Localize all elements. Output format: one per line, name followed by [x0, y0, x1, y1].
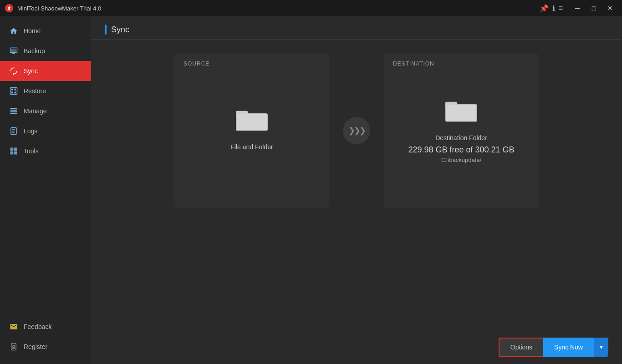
- sidebar-item-register[interactable]: Register: [0, 337, 91, 357]
- svg-rect-5: [15, 89, 16, 91]
- svg-rect-3: [10, 88, 17, 95]
- sync-content: SOURCE File and Folder ❯❯❯: [91, 40, 622, 330]
- pin-icon[interactable]: 📌: [540, 4, 549, 13]
- svg-rect-7: [15, 92, 16, 94]
- destination-folder-icon: [445, 98, 477, 125]
- sidebar-item-manage[interactable]: Manage: [0, 101, 91, 121]
- svg-point-20: [13, 345, 15, 348]
- sidebar-item-home[interactable]: Home: [0, 21, 91, 41]
- app-logo-icon: [5, 4, 14, 13]
- feedback-icon: [9, 322, 18, 331]
- sidebar-label-register: Register: [24, 343, 47, 350]
- options-button[interactable]: Options: [499, 338, 543, 357]
- destination-path: G:\backupdata\: [441, 157, 481, 163]
- sidebar: Home Backup Sync: [0, 16, 91, 364]
- register-icon: [9, 342, 18, 351]
- sidebar-item-restore[interactable]: Restore: [0, 81, 91, 101]
- sync-panels: SOURCE File and Folder ❯❯❯: [105, 53, 608, 208]
- sync-dropdown-button[interactable]: ▼: [594, 338, 608, 357]
- sync-now-button[interactable]: Sync Now: [543, 338, 594, 357]
- page-header: Sync: [91, 16, 622, 40]
- window-controls: ─ □ ✕: [570, 2, 617, 15]
- tools-icon: [9, 147, 18, 156]
- content-area: Sync SOURCE File and Folder: [91, 16, 622, 364]
- sidebar-label-manage: Manage: [24, 107, 47, 115]
- arrow-icon: ❯❯❯: [348, 126, 365, 136]
- svg-rect-4: [11, 89, 13, 91]
- source-name: File and Folder: [230, 143, 273, 151]
- sidebar-item-logs[interactable]: Logs: [0, 121, 91, 141]
- destination-label: DESTINATION: [393, 61, 434, 67]
- source-folder-icon: [236, 107, 268, 134]
- title-bar: MiniTool ShadowMaker Trial 4.0 📌 ℹ ≡ ─ □…: [0, 0, 622, 16]
- bottom-bar: Options Sync Now ▼: [91, 330, 622, 364]
- manage-icon: [9, 106, 18, 116]
- sidebar-item-feedback[interactable]: Feedback: [0, 317, 91, 337]
- app-title: MiniTool ShadowMaker Trial 4.0: [17, 5, 540, 12]
- source-panel[interactable]: SOURCE File and Folder: [174, 53, 329, 208]
- sidebar-item-tools[interactable]: Tools: [0, 141, 91, 161]
- svg-rect-16: [14, 148, 17, 151]
- destination-panel[interactable]: DESTINATION Destination Folder 229.98 GB…: [384, 53, 539, 208]
- logs-icon: [9, 126, 18, 136]
- sync-arrow-button[interactable]: ❯❯❯: [343, 117, 370, 144]
- home-icon: [9, 26, 18, 35]
- sidebar-label-feedback: Feedback: [24, 323, 51, 330]
- svg-rect-6: [11, 92, 13, 94]
- destination-name: Destination Folder: [435, 134, 487, 142]
- main-layout: Home Backup Sync: [0, 16, 622, 364]
- source-label: SOURCE: [184, 61, 209, 67]
- sidebar-label-home: Home: [24, 27, 41, 35]
- info-icon[interactable]: ℹ: [552, 4, 555, 13]
- svg-rect-17: [10, 152, 14, 155]
- title-bar-extra-icons: 📌 ℹ ≡: [540, 4, 563, 13]
- sidebar-label-backup: Backup: [24, 47, 45, 55]
- sidebar-label-sync: Sync: [24, 67, 38, 75]
- svg-rect-19: [11, 344, 16, 350]
- svg-rect-26: [446, 105, 477, 121]
- svg-rect-15: [10, 148, 14, 151]
- svg-rect-2: [11, 49, 16, 52]
- sidebar-label-restore: Restore: [24, 87, 46, 95]
- menu-icon[interactable]: ≡: [559, 4, 563, 12]
- sidebar-label-tools: Tools: [24, 147, 39, 155]
- svg-rect-18: [14, 152, 17, 155]
- sidebar-item-sync[interactable]: Sync: [0, 61, 91, 81]
- backup-icon: [9, 46, 18, 56]
- sync-icon: [9, 66, 18, 76]
- svg-rect-23: [237, 114, 267, 130]
- sidebar-item-backup[interactable]: Backup: [0, 41, 91, 61]
- page-title-accent: [105, 25, 107, 35]
- page-title: Sync: [111, 25, 129, 35]
- maximize-button[interactable]: □: [586, 2, 601, 15]
- minimize-button[interactable]: ─: [570, 2, 585, 15]
- sidebar-footer: Feedback Register: [0, 312, 91, 364]
- dropdown-arrow-icon: ▼: [599, 344, 604, 350]
- destination-free-space: 229.98 GB free of 300.21 GB: [408, 145, 514, 155]
- page-title-wrap: Sync: [105, 25, 608, 35]
- close-button[interactable]: ✕: [603, 2, 617, 15]
- svg-rect-10: [10, 113, 17, 114]
- svg-rect-8: [10, 108, 17, 109]
- sidebar-label-logs: Logs: [24, 127, 37, 135]
- sidebar-nav: Home Backup Sync: [0, 16, 91, 312]
- svg-rect-9: [10, 111, 17, 112]
- restore-icon: [9, 86, 18, 96]
